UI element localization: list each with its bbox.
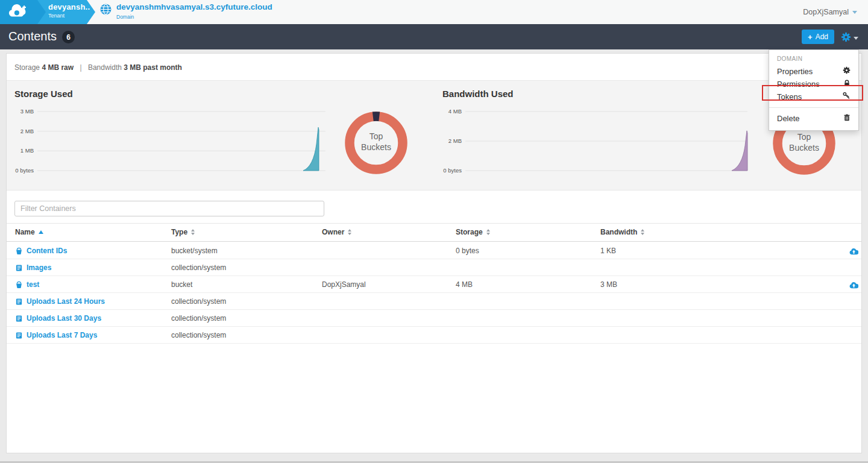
column-header-bandwidth[interactable]: Bandwidth [600,228,644,236]
domain-name[interactable]: devyanshmhvasamyal.s3.cyfuture.cloud [116,2,272,12]
divider [7,241,861,242]
page-title: Contents 6 [8,30,75,43]
domain-label: Domain [116,14,272,20]
table-row[interactable]: Content IDs bucket/system 0 bytes 1 KB [7,242,861,259]
container-link[interactable]: test [27,276,39,293]
storage-summary-label: Storage [14,63,40,72]
page: devyansh.. Tenant devyanshmhvasamyal.s3.… [0,0,868,463]
storage-used-title: Storage Used [14,89,73,99]
row-type: collection/system [171,293,226,310]
top-bar: devyansh.. Tenant devyanshmhvasamyal.s3.… [0,0,868,24]
table-row[interactable]: Uploads Last 24 Hours collection/system [7,293,861,310]
sort-icon [486,229,490,235]
container-link[interactable]: Uploads Last 24 Hours [27,293,105,310]
collection-icon [15,298,23,306]
divider [7,223,861,224]
domain-breadcrumb[interactable]: devyanshmhvasamyal.s3.cyfuture.cloud Dom… [100,2,272,20]
container-link[interactable]: Content IDs [27,242,67,259]
table-row[interactable]: Uploads Last 7 Days collection/system [7,327,861,344]
user-menu[interactable]: DopXjSamyal [803,8,857,16]
add-button-label: Add [816,33,828,41]
table-row[interactable]: test bucket DopXjSamyal 4 MB 3 MB [7,276,861,293]
menu-section-label: DOMAIN [769,54,858,65]
summary-separator: | [80,63,81,72]
storage-used-chart: 3 MB2 MB1 MB0 bytes [14,106,334,175]
row-type: bucket [171,276,192,293]
row-storage: 4 MB [456,276,473,293]
cloud-upload-icon[interactable] [849,280,858,291]
collection-icon [15,315,23,323]
menu-item-tokens[interactable]: Tokens [769,90,858,103]
column-header-storage[interactable]: Storage [456,228,490,236]
sort-icon [191,229,195,235]
user-name: DopXjSamyal [803,8,849,16]
row-bandwidth: 1 KB [600,242,616,259]
globe-icon [100,4,112,17]
filter-containers-input[interactable] [14,201,324,216]
gear-icon [841,32,851,45]
app-logo[interactable] [0,0,46,24]
storage-summary-value: 4 MB raw [42,63,74,72]
bandwidth-used-chart: 4 MB2 MB0 bytes [442,106,756,175]
svg-text:4 MB: 4 MB [448,108,462,115]
gear-icon [843,65,851,78]
svg-text:Top: Top [370,131,383,141]
table-row[interactable]: Uploads Last 30 Days collection/system [7,310,861,327]
bucket-icon [15,247,23,255]
usage-summary: Storage 4 MB raw | Bandwidth 3 MB past m… [14,63,182,72]
key-icon [843,90,851,103]
menu-item-properties[interactable]: Properties [769,65,858,78]
tenant-info: devyansh.. Tenant [48,2,90,19]
contents-count-badge: 6 [62,31,75,43]
cloud-logo-icon [7,4,30,21]
domain-actions-menu: DOMAIN Properties Permissions [769,49,859,131]
svg-text:1 MB: 1 MB [20,147,34,154]
page-title-text: Contents [8,30,57,43]
container-link[interactable]: Uploads Last 7 Days [27,327,97,344]
sort-icon [348,229,351,235]
plus-icon: + [808,33,813,42]
row-type: collection/system [171,327,226,344]
chevron-down-icon [852,11,857,14]
menu-item-delete[interactable]: Delete [769,112,858,125]
container-link[interactable]: Uploads Last 30 Days [27,310,101,327]
svg-text:2 MB: 2 MB [448,137,462,144]
svg-text:2 MB: 2 MB [20,128,34,134]
row-type: bucket/system [171,242,218,259]
tenant-name: devyansh.. [48,2,90,11]
column-header-type[interactable]: Type [171,228,195,236]
svg-text:3 MB: 3 MB [20,108,34,115]
collection-icon [15,264,23,272]
column-header-owner[interactable]: Owner [322,228,351,236]
sort-icon [641,229,644,235]
container-link[interactable]: Images [27,259,51,276]
sort-ascending-icon [39,230,43,234]
bandwidth-used-title: Bandwidth Used [442,89,514,99]
menu-item-permissions[interactable]: Permissions [769,78,858,90]
table-row[interactable]: Images collection/system [7,259,861,276]
bandwidth-summary-value: 3 MB past month [124,63,182,72]
svg-text:Buckets: Buckets [361,142,391,152]
svg-text:0 bytes: 0 bytes [443,167,462,174]
chevron-down-icon [854,37,858,40]
row-owner: DopXjSamyal [322,276,366,293]
lock-icon [843,78,851,90]
svg-text:Top: Top [797,132,811,142]
svg-text:Buckets: Buckets [789,143,819,153]
contents-header: Contents 6 + Add [0,24,868,49]
bucket-icon [15,281,23,289]
storage-top-buckets-donut: TopBuckets [340,107,412,179]
table-header: Name Type Owner Storage Bandwidth [7,228,861,241]
row-storage: 0 bytes [456,242,479,259]
cloud-upload-icon[interactable] [849,247,858,257]
svg-text:0 bytes: 0 bytes [15,167,34,174]
bandwidth-summary-label: Bandwidth [88,63,122,72]
row-type: collection/system [171,259,226,276]
row-bandwidth: 3 MB [600,276,617,293]
settings-gear-button[interactable] [841,32,858,45]
collection-icon [15,332,23,339]
row-type: collection/system [171,310,226,327]
column-header-name[interactable]: Name [15,228,43,236]
menu-divider [769,107,858,108]
add-button[interactable]: + Add [802,30,834,44]
